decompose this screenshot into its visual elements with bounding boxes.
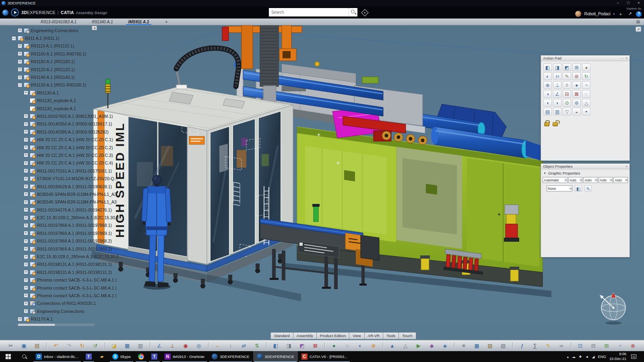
onedrive-icon[interactable]: ☁ [572,355,576,359]
down-icon[interactable]: ▽ [563,108,571,115]
copy-icon[interactable]: ▣ [20,342,28,350]
zoom-icon[interactable]: ⊕ [543,81,552,89]
tree-item[interactable]: +R911-00140350 A.1 (R903-00126617.1) [10,120,122,128]
tree-item[interactable]: +Engineering Connections [10,307,122,315]
view-tab-touch[interactable]: Touch [398,332,416,339]
tree-item[interactable]: +R91170 A.1 [10,315,122,323]
tree-expander[interactable]: + [24,255,28,259]
insert-existing-icon[interactable]: ◧ [543,64,552,71]
unlock-icon[interactable] [553,122,558,126]
tree-item[interactable]: +8035545 SPAN-B2R-G18M-PN-PN-L1_A3 [10,190,122,198]
view-tab-tools[interactable]: Tools [383,332,399,339]
new-component-icon[interactable]: ◩ [563,64,571,71]
ghost-icon[interactable]: ◌ [582,90,590,98]
tree-expander[interactable]: + [18,68,22,71]
tree-item[interactable]: +R911-00197868 A.1 (R911-00197868.1) [10,222,122,229]
tree-expander[interactable]: + [24,208,28,212]
tree-item[interactable]: +E2C.15.30.028.0_280mm A.1 (E2C.15.30.0.… [10,214,122,221]
view-tab-view[interactable]: View [349,332,364,339]
tree-expander[interactable]: + [24,161,28,165]
snap-icon[interactable]: ◉ [182,342,190,350]
tree-expander[interactable]: + [24,153,28,157]
tree-expander[interactable]: − [12,37,16,40]
focus-icon[interactable]: ⊚ [572,99,581,107]
formula-icon[interactable]: ƒ [518,342,526,350]
tree-item[interactable]: +8035545 SPAN-B2R-G18M-PN-PN-L1_A3 [10,198,122,206]
diamond-icon[interactable]: ◆ [428,342,436,350]
taskbar-app-onenote[interactable]: NIMS913 - OneNote [161,351,208,362]
tree-item[interactable]: +HW 20 CC Z0 C A.1 (HW 20 CC Z0 C.1) [10,136,122,143]
redo-icon[interactable]: ↷ [65,342,73,350]
security-icon[interactable]: ✚ [579,355,582,359]
minimize-button[interactable]: – [613,0,623,6]
sum-icon[interactable]: ∑ [531,342,539,350]
tree-expander[interactable]: + [24,224,28,227]
tree-collapse-button[interactable]: ◄ [92,26,97,30]
tree-expander[interactable]: + [24,130,28,134]
view-tab-standard[interactable]: Standard [270,332,293,339]
sync-icon[interactable]: ⇅ [253,342,261,350]
reorder-icon[interactable]: ◐ [543,72,552,80]
paint-bucket-icon[interactable]: ◧ [575,185,582,191]
tree-expander[interactable]: + [24,270,28,274]
update-icon[interactable]: ↻ [582,72,590,80]
tree-item[interactable]: −R91130 A.1 (R911-R90330.1) [10,81,122,89]
tree-expander[interactable]: + [24,302,28,305]
document-tab[interactable]: R913-00241083 A.1 [38,19,79,25]
view-tab-assembly[interactable]: Assembly [293,332,317,339]
frame-icon[interactable]: ⊡ [576,342,584,350]
tag-filter-icon[interactable] [361,8,369,16]
tree-item[interactable]: +R911-00170161 A.1 (R911-00170161.1) [10,167,122,175]
target-icon[interactable]: ⊙ [563,99,571,107]
measure-icon[interactable]: ∠ [553,90,561,98]
tree-expander[interactable]: + [18,317,22,321]
volume-icon[interactable]: ◄ [585,355,589,359]
quadrant-left-icon[interactable]: ◧ [272,342,280,350]
tree-expander[interactable]: + [18,44,22,48]
update-icon[interactable]: ↻ [78,342,86,350]
collapse-icon[interactable]: ⊟ [589,342,597,350]
tree-expander[interactable]: + [24,122,28,126]
swap-icon[interactable]: ⇄ [240,342,248,350]
section-icon[interactable]: ◩ [298,342,306,350]
tree-item[interactable]: +R911-00167602 A.1 (R8613001_ASM.1) [10,112,122,120]
graphic-prop-select[interactable]: Auto▾ [568,177,583,183]
iso-view-icon[interactable]: ▲ [388,342,396,350]
cut-icon[interactable]: ✂ [7,342,15,350]
3d-viewport[interactable]: HIGH SPEED IML [0,25,644,340]
gem-icon[interactable]: ◈ [441,342,449,350]
distribute-icon[interactable]: ▥ [553,108,561,115]
taskbar-app-3dexperience-1[interactable]: 3DEXPERIENCE [208,351,253,362]
tree-expander[interactable]: + [24,192,28,196]
play-icon[interactable]: ▶ [415,342,423,350]
section-bottom-icon[interactable]: ◓ [582,108,590,115]
taskbar-app-catia-v5[interactable]: CCATIA V5 - [PR0053... [298,351,351,362]
formula-icon[interactable]: ƒx [553,72,561,80]
graphic-prop-select[interactable]: Auto▾ [613,177,628,183]
tree-expander[interactable]: + [24,200,28,204]
new-part-icon[interactable]: ⊞ [572,64,581,71]
align-icon[interactable]: ▤ [543,108,552,115]
tree-item[interactable]: +R91130 A.1 [10,89,122,97]
tree-item[interactable]: +R911-00140385 A.1 (R903-00126282) [10,128,122,136]
tree-item[interactable]: +HW 20 CC Z0 C A.1 (HW 20 CC Z0 C.4) [10,159,122,167]
help-button[interactable]: ? [636,11,642,17]
scrollbar-thumb[interactable] [18,324,55,326]
tree-item[interactable]: +R911-00197869 A.1 (R911-00197869.2) [10,245,122,253]
tree-item[interactable]: +573606 VTUG-14-MSDR-B1TZ-25V20-Q... [10,175,122,182]
panel-minimize-icon[interactable]: – [621,56,623,60]
tree-item[interactable]: +HW 20 CC Z0 C A.1 (HW 20 CC Z0 C.3) [10,151,122,159]
keyboard-language[interactable]: ENG [598,354,606,359]
user-avatar[interactable] [575,11,581,17]
print-icon[interactable]: ▥ [136,342,144,350]
magnet-icon[interactable]: ◎ [195,342,203,350]
open-icon[interactable]: ◪ [110,342,118,350]
tree-expander[interactable]: + [24,263,28,266]
tree-item[interactable]: R91130_explode A.1 [10,105,122,112]
circle-icon[interactable]: ○ [343,342,351,350]
taskbar-search-button[interactable] [16,351,32,362]
hide-show-icon[interactable]: ⊘ [572,72,581,80]
tree-expander[interactable]: + [18,29,22,32]
tree-item[interactable]: +Phoenix contact SACB- 6-3-L-SC-M8 A.1 ( [10,276,122,284]
new-tab-button[interactable]: + [162,19,171,25]
